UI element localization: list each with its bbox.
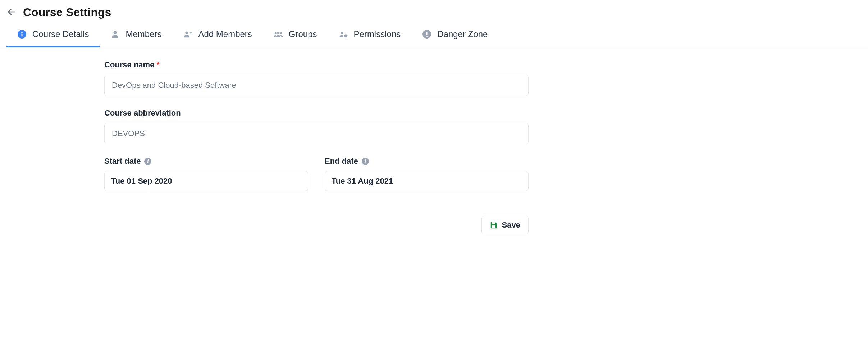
user-icon bbox=[110, 30, 120, 39]
svg-point-14 bbox=[426, 36, 428, 37]
user-plus-icon bbox=[183, 30, 192, 39]
course-name-label: Course name * bbox=[104, 60, 529, 69]
tab-label: Groups bbox=[289, 29, 317, 39]
course-name-input[interactable] bbox=[104, 75, 529, 96]
label-text: Course name bbox=[104, 60, 154, 69]
course-abbr-group: Course abbreviation bbox=[104, 108, 529, 144]
start-date-label: Start date i bbox=[104, 157, 308, 166]
label-text: Start date bbox=[104, 157, 141, 166]
page-header: Course Settings bbox=[0, 0, 868, 23]
tab-label: Members bbox=[125, 29, 161, 39]
end-date-group: End date i bbox=[325, 157, 529, 191]
required-marker: * bbox=[156, 60, 160, 69]
svg-rect-2 bbox=[21, 33, 22, 37]
save-button-label: Save bbox=[502, 220, 520, 230]
exclamation-circle-icon bbox=[422, 30, 431, 39]
tab-label: Add Members bbox=[198, 29, 252, 39]
svg-point-4 bbox=[114, 31, 117, 34]
svg-rect-15 bbox=[492, 222, 495, 224]
tab-label: Course Details bbox=[32, 29, 89, 39]
svg-point-9 bbox=[274, 32, 276, 34]
info-icon[interactable]: i bbox=[362, 158, 369, 165]
end-date-input[interactable] bbox=[325, 171, 529, 191]
label-text: Course abbreviation bbox=[104, 108, 181, 118]
save-icon bbox=[490, 221, 498, 229]
button-row: Save bbox=[104, 216, 529, 234]
end-date-label: End date i bbox=[325, 157, 529, 166]
course-name-group: Course name * bbox=[104, 60, 529, 96]
form-area: Course name * Course abbreviation Start … bbox=[104, 60, 529, 234]
label-text: End date bbox=[325, 157, 358, 166]
svg-point-10 bbox=[280, 32, 282, 34]
tab-label: Permissions bbox=[354, 29, 401, 39]
users-icon bbox=[274, 30, 283, 39]
tab-groups[interactable]: Groups bbox=[263, 23, 328, 47]
tab-course-details[interactable]: Course Details bbox=[6, 23, 100, 47]
tab-bar: Course Details Members Add Members Group… bbox=[0, 23, 868, 47]
course-abbr-label: Course abbreviation bbox=[104, 108, 529, 118]
tab-permissions[interactable]: Permissions bbox=[328, 23, 412, 47]
svg-point-5 bbox=[186, 31, 188, 34]
tab-add-members[interactable]: Add Members bbox=[172, 23, 262, 47]
svg-rect-16 bbox=[492, 225, 495, 228]
course-abbr-input[interactable] bbox=[104, 123, 529, 144]
arrow-left-icon bbox=[7, 7, 16, 18]
back-button[interactable] bbox=[6, 8, 17, 18]
svg-rect-7 bbox=[191, 32, 191, 34]
start-date-input[interactable] bbox=[104, 171, 308, 191]
info-icon[interactable]: i bbox=[144, 158, 151, 165]
tab-danger-zone[interactable]: Danger Zone bbox=[411, 23, 498, 47]
svg-point-11 bbox=[341, 32, 343, 34]
info-circle-icon bbox=[17, 30, 27, 39]
svg-rect-13 bbox=[426, 32, 428, 35]
save-button[interactable]: Save bbox=[481, 216, 529, 234]
date-row: Start date i End date i bbox=[104, 157, 529, 203]
user-shield-icon bbox=[339, 30, 348, 39]
page-title: Course Settings bbox=[23, 6, 111, 19]
svg-point-3 bbox=[21, 32, 23, 33]
start-date-group: Start date i bbox=[104, 157, 308, 191]
tab-members[interactable]: Members bbox=[100, 23, 172, 47]
svg-point-8 bbox=[277, 32, 279, 34]
tab-label: Danger Zone bbox=[437, 29, 488, 39]
